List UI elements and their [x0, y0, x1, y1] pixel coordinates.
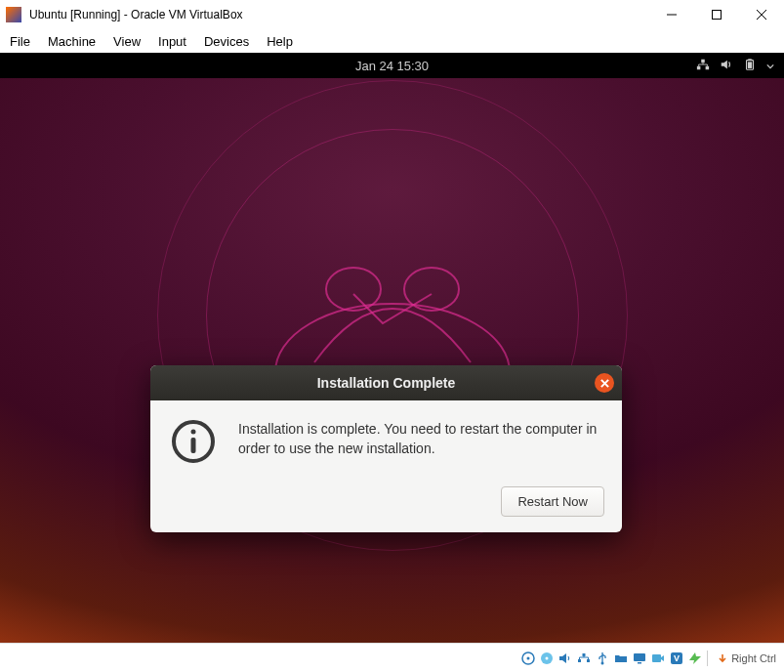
- svg-rect-22: [578, 659, 581, 662]
- minimize-button[interactable]: [649, 0, 694, 29]
- svg-rect-9: [748, 62, 752, 68]
- svg-point-25: [601, 661, 604, 664]
- dialog-body: Installation is complete. You need to re…: [150, 400, 622, 486]
- virtualbox-logo-icon: [6, 7, 21, 22]
- close-button[interactable]: [739, 0, 784, 29]
- svg-rect-1: [713, 11, 722, 20]
- svg-point-19: [527, 656, 530, 659]
- svg-rect-28: [652, 654, 661, 662]
- dialog-header[interactable]: Installation Complete: [150, 365, 622, 400]
- window-controls: [649, 0, 784, 29]
- svg-rect-23: [587, 659, 590, 662]
- display-icon[interactable]: [631, 650, 648, 667]
- menu-machine[interactable]: Machine: [48, 34, 96, 49]
- installation-complete-dialog: Installation Complete Installation is co…: [150, 365, 622, 532]
- dialog-actions: Restart Now: [150, 486, 622, 532]
- virtualbox-status-bar: V Right Ctrl: [0, 643, 784, 672]
- gnome-system-tray[interactable]: [696, 58, 774, 74]
- virtualbox-menu-bar: File Machine View Input Devices Help: [0, 29, 784, 53]
- svg-point-11: [326, 268, 381, 311]
- network-adapter-icon[interactable]: [575, 650, 593, 667]
- svg-rect-24: [583, 653, 586, 656]
- window-title: Ubuntu [Running] - Oracle VM VirtualBox: [29, 8, 649, 21]
- usb-icon[interactable]: [594, 650, 611, 667]
- down-arrow-icon: [717, 652, 728, 664]
- battery-icon: [743, 58, 757, 74]
- svg-rect-6: [701, 59, 705, 63]
- svg-point-12: [404, 268, 459, 311]
- hard-disk-icon[interactable]: [519, 650, 537, 667]
- svg-rect-5: [706, 65, 710, 69]
- recording-icon[interactable]: [649, 650, 667, 667]
- svg-rect-26: [634, 653, 645, 661]
- svg-rect-4: [697, 65, 701, 69]
- status-separator: [707, 651, 708, 666]
- desktop-wallpaper: [0, 78, 784, 643]
- svg-point-16: [191, 430, 196, 435]
- svg-rect-27: [638, 662, 641, 664]
- menu-devices[interactable]: Devices: [204, 34, 249, 49]
- menu-file[interactable]: File: [10, 34, 30, 49]
- dialog-message: Installation is complete. You need to re…: [238, 418, 598, 469]
- info-icon: [170, 418, 217, 469]
- audio-icon[interactable]: [557, 650, 574, 667]
- dialog-close-button[interactable]: [595, 373, 614, 393]
- svg-text:V: V: [674, 653, 680, 663]
- network-icon: [696, 58, 710, 74]
- svg-rect-17: [191, 438, 196, 453]
- gnome-top-bar: Jan 24 15:30: [0, 53, 784, 78]
- window-titlebar: Ubuntu [Running] - Oracle VM VirtualBox: [0, 0, 784, 29]
- menu-help[interactable]: Help: [267, 34, 293, 49]
- gnome-clock[interactable]: Jan 24 15:30: [355, 59, 429, 73]
- svg-point-21: [546, 656, 549, 659]
- host-key-indicator[interactable]: Right Ctrl: [717, 652, 776, 664]
- virtualization-icon[interactable]: V: [668, 650, 685, 667]
- menu-input[interactable]: Input: [158, 34, 186, 49]
- shared-folders-icon[interactable]: [612, 650, 630, 667]
- chevron-down-icon: [766, 59, 774, 73]
- optical-drive-icon[interactable]: [538, 650, 556, 667]
- restart-now-button[interactable]: Restart Now: [501, 486, 604, 517]
- svg-rect-8: [748, 59, 752, 60]
- dialog-title: Installation Complete: [317, 375, 456, 391]
- volume-icon: [720, 58, 733, 74]
- mouse-integration-icon[interactable]: [686, 650, 704, 667]
- menu-view[interactable]: View: [113, 34, 141, 49]
- host-key-label: Right Ctrl: [731, 652, 776, 664]
- vm-viewport: Jan 24 15:30 Installation Complete: [0, 53, 784, 643]
- maximize-button[interactable]: [694, 0, 739, 29]
